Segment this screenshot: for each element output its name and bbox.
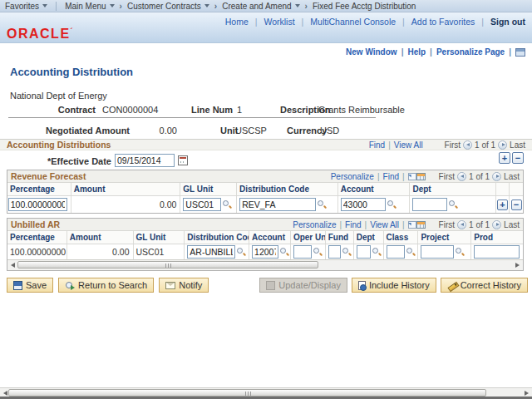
zoom-grid-icon[interactable] [408,173,416,180]
column-header: Oper Unit [291,231,326,244]
gl-unit-input[interactable] [183,198,221,211]
accounting-distributions-pager: First 1 of 1 Last [445,140,525,150]
accounting-distributions-header: Accounting Distributions Find|View All F… [0,139,532,150]
personalize-page-link[interactable]: Personalize Page [436,47,515,57]
product-input[interactable] [474,245,520,259]
revenue-forecast-title: Revenue Forecast [11,171,86,181]
lookup-icon[interactable] [223,200,232,209]
scroll-right-icon[interactable] [525,391,529,396]
lookup-icon[interactable] [280,248,289,257]
column-header: Account [338,183,411,195]
revenue-forecast-grid: Revenue Forecast PersonalizeFind First 1… [7,170,524,214]
add-row-button[interactable]: + [499,152,510,164]
revenue-forecast-links: PersonalizeFind [331,172,426,181]
negotiated-amount-value: 0.00 [125,126,177,135]
save-button[interactable]: Save [7,278,53,293]
class-input[interactable] [387,245,405,259]
lookup-icon[interactable] [318,200,327,209]
include-history-button[interactable]: Include History [352,278,436,293]
distribution-code-input[interactable] [187,245,235,259]
lookup-icon[interactable] [342,248,352,257]
save-label: Save [26,280,47,290]
add-to-favorites-link[interactable]: Add to Favorites [411,17,490,27]
worklist-link[interactable]: Worklist [264,17,310,27]
add-row-button[interactable]: + [497,200,508,210]
calendar-icon[interactable] [178,155,188,165]
pager-last-icon[interactable] [492,220,501,229]
pager-first-icon[interactable] [457,220,466,229]
download-grid-icon[interactable] [416,221,426,229]
view-all-link[interactable]: View All [370,220,407,229]
fund-input[interactable] [328,245,341,259]
dept-input[interactable] [357,245,371,259]
dept-input[interactable] [412,198,447,211]
accounting-distributions-links: Find|View All [369,140,423,150]
percentage-input[interactable] [8,198,67,211]
help-link[interactable]: Help [407,47,436,57]
distribution-code-input[interactable] [239,198,316,211]
pager-last-icon[interactable] [492,172,501,181]
multichannel-console-link[interactable]: MultiChannel Console [310,17,411,27]
home-link[interactable]: Home [225,17,264,27]
view-all-link[interactable]: View All [394,140,423,150]
lookup-icon[interactable] [372,248,382,257]
delete-row-button[interactable]: − [512,152,524,164]
grid-horizontal-scrollbar[interactable] [7,259,523,270]
summary-divider [8,117,376,118]
unit-value: USCSP [235,126,267,135]
find-link[interactable]: Find [345,220,370,229]
header-links: Home Worklist MultiChannel Console Add t… [225,17,525,27]
scroll-left-icon[interactable] [11,263,15,268]
pager-first-icon[interactable] [463,140,472,150]
column-header-empty [510,183,523,195]
lookup-icon[interactable] [237,248,246,257]
correct-history-label: Correct History [461,280,521,290]
oper-unit-input[interactable] [293,245,312,259]
find-link[interactable]: Find [369,140,385,150]
column-header: Percentage [7,183,71,195]
notify-button[interactable]: Notify [159,278,209,293]
find-link[interactable]: Find [383,172,408,181]
pager-first-icon[interactable] [457,172,466,181]
account-input[interactable] [341,198,386,211]
new-window-link[interactable]: New Window [346,47,407,57]
sign-out-link[interactable]: Sign out [490,17,525,27]
breadcrumb-create-and-amend[interactable]: Create and Amend [209,2,300,11]
scrollbar-thumb[interactable] [17,261,318,268]
favorites-menu[interactable]: Favorites [5,2,47,11]
scroll-left-icon[interactable] [3,391,7,396]
column-header: GL Unit [180,183,237,195]
zoom-grid-icon[interactable] [408,221,416,229]
main-menu[interactable]: Main Menu [65,2,114,11]
project-input[interactable] [421,245,454,259]
download-grid-icon[interactable] [416,173,426,180]
lookup-icon[interactable] [313,248,323,257]
breadcrumb-divider [56,2,57,11]
lookup-icon[interactable] [387,200,397,209]
return-to-search-label: Return to Search [78,280,147,290]
update-display-label: Update/Display [278,280,341,290]
lookup-icon[interactable] [406,248,416,257]
notify-icon [165,282,175,289]
return-to-search-button[interactable]: Return to Search [58,278,154,293]
breadcrumb-customer-contracts[interactable]: Customer Contracts [115,2,209,11]
breadcrumb-current-page: Fixed Fee Acctg Distribution [300,2,416,11]
personalize-layout-icon[interactable] [515,48,525,57]
lookup-icon[interactable] [456,248,465,257]
personalize-link[interactable]: Personalize [331,172,383,181]
delete-row-button[interactable]: − [511,200,522,210]
column-header: Prod [471,231,523,244]
effective-date-input[interactable] [115,154,175,167]
unbilled-ar-row: 100.00000000 0.00 USC01 [7,244,523,259]
personalize-link[interactable]: Personalize [293,220,345,229]
toolbar-left: Save Return to Search Notify [7,278,209,293]
column-header: Fund [326,231,354,244]
gl-unit-value: USC01 [136,247,165,257]
scrollbar-thumb[interactable] [8,389,486,397]
account-input[interactable] [252,245,278,259]
correct-history-button[interactable]: Correct History [441,278,528,293]
scroll-right-icon[interactable] [515,263,520,268]
pager-last-label: Last [504,220,520,229]
lookup-icon[interactable] [449,200,458,209]
pager-last-icon[interactable] [498,140,507,150]
